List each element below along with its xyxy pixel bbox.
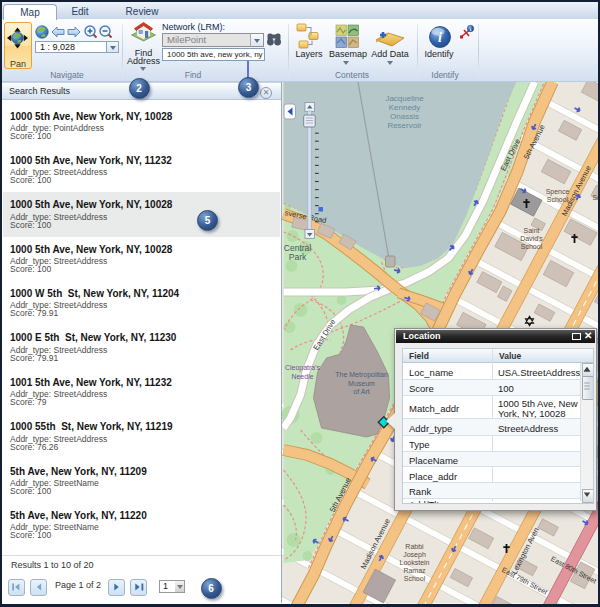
svg-text:Onassis: Onassis <box>390 112 419 121</box>
svg-text:The Metropolitan: The Metropolitan <box>335 371 388 379</box>
svg-text:Joseph: Joseph <box>403 551 426 559</box>
svg-text:School: School <box>520 243 542 250</box>
svg-text:Needle: Needle <box>291 373 313 380</box>
svg-text:i: i <box>438 30 442 45</box>
svg-text:School: School <box>403 575 425 582</box>
svg-text:Sc: Sc <box>592 194 598 201</box>
svg-text:Spence: Spence <box>545 188 569 196</box>
svg-text:Saint: Saint <box>523 227 539 234</box>
svg-text:Ramaz: Ramaz <box>403 567 426 574</box>
svg-text:Reservoir: Reservoir <box>387 121 422 130</box>
svg-text:Park: Park <box>288 252 306 262</box>
svg-text:Kennedy: Kennedy <box>388 103 420 112</box>
svg-text:David's: David's <box>520 235 543 242</box>
svg-text:Museum: Museum <box>348 380 375 387</box>
svg-text:Rabbi: Rabbi <box>405 543 424 550</box>
svg-text:Jacqueline: Jacqueline <box>385 94 424 103</box>
svg-text:of Art: of Art <box>353 388 369 395</box>
svg-text:Cleopatra's: Cleopatra's <box>284 364 320 372</box>
svg-text:Lookstein: Lookstein <box>399 559 429 566</box>
